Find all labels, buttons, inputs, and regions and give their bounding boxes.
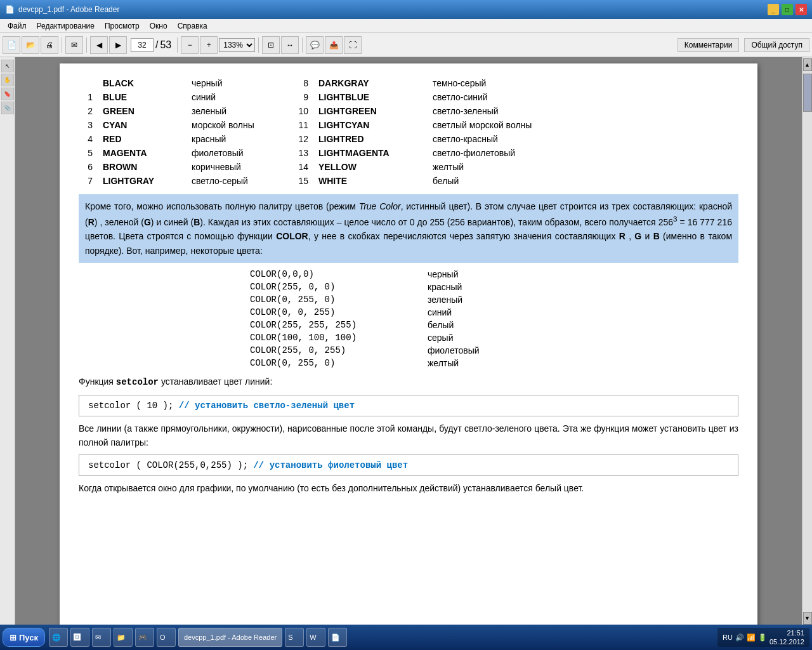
table-row: 6 BROWN коричневый 14 YELLOW желтый <box>79 160 738 174</box>
color-name-ru: серый <box>428 333 453 343</box>
code-block-1: setcolor ( 10 ); // установить светло-зе… <box>79 395 738 416</box>
name2-cell: LIGHTCYAN <box>313 118 428 132</box>
russian-cell: синий <box>187 90 288 104</box>
name2-cell: YELLOW <box>313 160 428 174</box>
setcolor-intro: Функция setcolor устанавливает цвет лини… <box>79 375 738 389</box>
tb-share[interactable]: 📤 <box>325 36 343 54</box>
close-button[interactable]: ✕ <box>796 4 807 15</box>
russian-cell: фиолетовый <box>187 146 288 160</box>
tb-print[interactable]: 🖨 <box>41 36 58 54</box>
russian-cell: морской волны <box>187 118 288 132</box>
comments-button[interactable]: Комментарии <box>678 38 740 52</box>
tool-clip[interactable]: 📎 <box>1 102 14 114</box>
code-text-2: setcolor ( COLOR(255,0,255) ); <box>88 460 253 470</box>
color-func: COLOR(100, 100, 100) <box>250 333 402 343</box>
color-name-ru: желтый <box>428 358 459 368</box>
menu-help[interactable]: Справка <box>173 20 213 32</box>
taskbar-icon-game[interactable]: 🎮 <box>135 628 154 647</box>
color-func: COLOR(0, 255, 0) <box>250 358 402 368</box>
table-row: 7 LIGHTGRAY светло-серый 15 WHITE белый <box>79 174 738 188</box>
menu-view[interactable]: Просмотр <box>100 20 145 32</box>
color-func: COLOR(0,0,0) <box>250 269 402 279</box>
scroll-up[interactable]: ▲ <box>803 58 812 71</box>
num2-cell: 13 <box>288 146 313 160</box>
tool-select[interactable]: ↖ <box>1 60 14 72</box>
num-cell: 6 <box>79 160 98 174</box>
taskbar-icon-pdf[interactable]: 📄 <box>328 628 347 647</box>
tb-prev-page[interactable]: ◀ <box>90 36 108 54</box>
window-title: devcpp_1.pdf - Adobe Reader <box>18 5 119 14</box>
taskbar-icon-opera[interactable]: O <box>157 628 176 647</box>
color-row: COLOR(0, 0, 255) синий <box>250 307 567 317</box>
speaker-icon: 🔊 <box>735 633 744 642</box>
name-cell: CYAN <box>98 118 187 132</box>
tb-fit-page[interactable]: ⊡ <box>262 36 280 54</box>
color-name-ru: красный <box>428 282 462 292</box>
name2-cell: DARKGRAY <box>313 76 428 90</box>
tb-sep3 <box>177 37 178 53</box>
tool-pan[interactable]: ✋ <box>1 74 14 86</box>
tb-sep2 <box>86 37 87 53</box>
menu-window[interactable]: Окно <box>145 20 173 32</box>
name-cell: BLUE <box>98 90 187 104</box>
russian2-cell: светло-красный <box>428 132 738 146</box>
tb-next-page[interactable]: ▶ <box>109 36 127 54</box>
taskbar-icon-ie[interactable]: 🌐 <box>49 628 68 647</box>
taskbar-icon-folder[interactable]: 📁 <box>114 628 133 647</box>
zoom-select[interactable]: 133% 100% 150% 75% <box>219 38 255 52</box>
num-cell: 7 <box>79 174 98 188</box>
taskbar-icon-skype[interactable]: S <box>285 628 304 647</box>
battery-icon: 🔋 <box>758 633 767 642</box>
scroll-down[interactable]: ▼ <box>803 612 812 625</box>
share-button[interactable]: Общий доступ <box>744 38 809 52</box>
page-total: 53 <box>160 39 171 51</box>
tb-new[interactable]: 📄 <box>3 36 20 54</box>
name-cell: MAGENTA <box>98 146 187 160</box>
code-block-2: setcolor ( COLOR(255,0,255) ); // устано… <box>79 454 738 476</box>
name2-cell: WHITE <box>313 174 428 188</box>
num-cell: 2 <box>79 104 98 118</box>
color-row: COLOR(100, 100, 100) серый <box>250 333 567 343</box>
code-comment-1: // установить светло-зеленый цвет <box>179 401 355 411</box>
tb-fullscreen[interactable]: ⛶ <box>344 36 362 54</box>
minimize-button[interactable]: _ <box>768 4 779 15</box>
color-row: COLOR(255, 255, 255) белый <box>250 320 567 330</box>
name2-cell: LIGHTGREEN <box>313 104 428 118</box>
color-table: BLACK черный 8 DARKGRAY темно-серый 1 BL… <box>79 76 738 188</box>
color-row: COLOR(0, 255, 0) желтый <box>250 358 567 368</box>
tb-zoom-out[interactable]: − <box>181 36 199 54</box>
taskbar-icon-ok[interactable]: 🅾 <box>70 628 89 647</box>
scrollbar[interactable]: ▲ ▼ <box>802 57 812 625</box>
color-func: COLOR(255, 255, 255) <box>250 320 402 330</box>
num-cell: 5 <box>79 146 98 160</box>
start-button[interactable]: ⊞ Пуск <box>3 628 45 647</box>
color-name-ru: белый <box>428 320 454 330</box>
page-input[interactable] <box>131 38 154 52</box>
tool-bookmark[interactable]: 🔖 <box>1 88 14 100</box>
num2-cell: 9 <box>288 90 313 104</box>
tb-zoom-in[interactable]: + <box>200 36 218 54</box>
table-row: 5 MAGENTA фиолетовый 13 LIGHTMAGENTA све… <box>79 146 738 160</box>
num2-cell: 15 <box>288 174 313 188</box>
clock-date: 05.12.2012 <box>769 637 804 646</box>
color-name-ru: синий <box>428 307 452 317</box>
maximize-button[interactable]: □ <box>782 4 793 15</box>
code-comment-2: // установить фиолетовый цвет <box>253 460 408 470</box>
menu-edit[interactable]: Редактирование <box>32 20 100 32</box>
tb-email[interactable]: ✉ <box>65 36 83 54</box>
tb-comment[interactable]: 💬 <box>306 36 324 54</box>
name2-cell: LIGHTMAGENTA <box>313 146 428 160</box>
tb-open[interactable]: 📂 <box>22 36 39 54</box>
taskbar-adobe[interactable]: devcpp_1.pdf - Adobe Reader <box>178 628 282 647</box>
table-row: 3 CYAN морской волны 11 LIGHTCYAN светлы… <box>79 118 738 132</box>
taskbar-icon-mail[interactable]: ✉ <box>92 628 111 647</box>
color-func: COLOR(0, 0, 255) <box>250 307 402 317</box>
taskbar-icon-word[interactable]: W <box>306 628 325 647</box>
scroll-thumb[interactable] <box>803 74 812 112</box>
taskbar-adobe-label: devcpp_1.pdf - Adobe Reader <box>184 633 277 641</box>
doc-area[interactable]: BLACK черный 8 DARKGRAY темно-серый 1 BL… <box>15 57 802 625</box>
tb-fit-width[interactable]: ↔ <box>281 36 299 54</box>
menu-file[interactable]: Файл <box>3 20 32 32</box>
lang-indicator: RU <box>723 633 733 641</box>
sys-tray: RU 🔊 📶 🔋 21:51 05.12.2012 <box>717 628 809 647</box>
